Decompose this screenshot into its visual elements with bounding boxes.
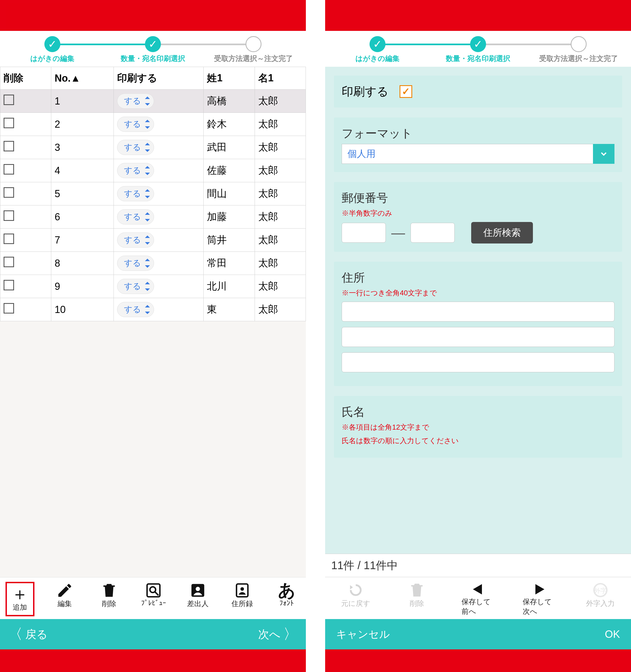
bottom-red-bar	[0, 649, 306, 672]
print-select[interactable]: する	[117, 140, 154, 155]
col-no[interactable]: No.▲	[51, 67, 114, 90]
cell-no: 10	[51, 298, 114, 321]
table-row[interactable]: 1する高橋太郎	[0, 90, 306, 113]
row-checkbox[interactable]	[4, 303, 14, 314]
edit-button[interactable]: 編集	[51, 582, 79, 616]
cell-mei: 太郎	[255, 252, 306, 275]
print-select[interactable]: する	[117, 279, 154, 294]
print-select[interactable]: する	[117, 256, 154, 271]
cell-no: 1	[51, 90, 114, 113]
format-select[interactable]: 個人用	[342, 144, 614, 164]
font-icon: あ	[278, 582, 295, 599]
addressbook-button[interactable]: 住所録	[228, 582, 256, 616]
bottom-toolbar: 元に戻す 削除 保存して前へ 保存して次へ 外字 外字入力	[325, 577, 631, 619]
table-row[interactable]: 8する常田太郎	[0, 252, 306, 275]
record-count: 11件 / 11件中	[325, 554, 631, 577]
sender-button[interactable]: 差出人	[184, 582, 211, 616]
cell-mei: 太郎	[255, 159, 306, 182]
print-select[interactable]: する	[117, 94, 154, 109]
row-checkbox[interactable]	[4, 257, 14, 267]
zip-hint: ※半角数字のみ	[342, 209, 614, 218]
bottom-red-bar	[325, 649, 631, 672]
address-line-2[interactable]	[342, 327, 614, 347]
add-button[interactable]: ＋ 追加	[5, 582, 34, 616]
row-checkbox[interactable]	[4, 164, 14, 174]
row-checkbox[interactable]	[4, 118, 14, 128]
status-bar	[0, 0, 306, 31]
row-checkbox[interactable]	[4, 95, 14, 105]
print-select[interactable]: する	[117, 302, 154, 317]
col-print[interactable]: 印刷する	[113, 67, 204, 90]
cell-no: 8	[51, 252, 114, 275]
address-card: 住所 ※一行につき全角40文字まで	[334, 262, 622, 386]
cell-sei: 東	[204, 298, 255, 321]
table-row[interactable]: 5する間山太郎	[0, 182, 306, 206]
col-mei[interactable]: 名1	[255, 67, 306, 90]
cell-no: 9	[51, 275, 114, 298]
right-screen: ✓ はがきの編集 ✓ 数量・宛名印刷選択 受取方法選択～注文完了 印刷する ✓ …	[325, 0, 631, 672]
cell-sei: 北川	[204, 275, 255, 298]
nav-bar: 〈 戻る 次へ 〉	[0, 619, 306, 649]
gaiji-button[interactable]: 外字 外字入力	[584, 581, 617, 616]
address-search-button[interactable]: 住所検索	[471, 222, 533, 243]
save-prev-button[interactable]: 保存して前へ	[461, 581, 495, 616]
back-button[interactable]: 〈 戻る	[8, 625, 48, 644]
row-checkbox[interactable]	[4, 280, 14, 290]
table-row[interactable]: 2する鈴木太郎	[0, 113, 306, 136]
cell-mei: 太郎	[255, 275, 306, 298]
check-icon: ✓	[370, 36, 385, 52]
save-next-button[interactable]: 保存して次へ	[523, 581, 556, 616]
table-row[interactable]: 3する武田太郎	[0, 136, 306, 159]
step-label: はがきの編集	[30, 54, 74, 64]
cell-mei: 太郎	[255, 90, 306, 113]
undo-button[interactable]: 元に戻す	[339, 581, 372, 616]
table-row[interactable]: 4する佐藤太郎	[0, 159, 306, 182]
col-sei[interactable]: 姓1	[204, 67, 255, 90]
table-row[interactable]: 7する筒井太郎	[0, 229, 306, 252]
ok-button[interactable]: OK	[605, 628, 620, 640]
bottom-bar: キャンセル OK	[325, 619, 631, 649]
cell-sei: 加藤	[204, 206, 255, 229]
cell-no: 5	[51, 182, 114, 206]
zip-input-2[interactable]	[410, 223, 455, 243]
address-title: 住所	[342, 270, 614, 285]
empty-area	[0, 321, 306, 577]
table-row[interactable]: 10する東太郎	[0, 298, 306, 321]
zip-input-1[interactable]	[342, 223, 386, 243]
svg-point-1	[150, 587, 156, 593]
step-circle	[571, 36, 587, 52]
print-label: 印刷する	[342, 84, 388, 99]
format-card: フォーマット 個人用	[334, 118, 622, 172]
check-icon: ✓	[145, 36, 161, 52]
cell-mei: 太郎	[255, 206, 306, 229]
form-area: 印刷する ✓ フォーマット 個人用 郵便番号 ※半角数字のみ — 住所検索	[325, 67, 631, 554]
print-select[interactable]: する	[117, 233, 154, 248]
delete-button[interactable]: 削除	[95, 582, 123, 616]
print-select[interactable]: する	[117, 117, 154, 132]
dash-icon: —	[391, 225, 405, 241]
table-row[interactable]: 6する加藤太郎	[0, 206, 306, 229]
print-checkbox[interactable]: ✓	[400, 85, 412, 98]
cell-sei: 武田	[204, 136, 255, 159]
print-select[interactable]: する	[117, 209, 154, 224]
row-checkbox[interactable]	[4, 210, 14, 221]
print-card: 印刷する ✓	[334, 76, 622, 107]
cell-mei: 太郎	[255, 229, 306, 252]
print-select[interactable]: する	[117, 186, 154, 201]
col-delete[interactable]: 削除	[0, 67, 51, 90]
svg-text:外字: 外字	[594, 587, 607, 594]
cell-sei: 佐藤	[204, 159, 255, 182]
print-select[interactable]: する	[117, 163, 154, 178]
delete-button[interactable]: 削除	[400, 581, 433, 616]
address-line-3[interactable]	[342, 353, 614, 372]
row-checkbox[interactable]	[4, 187, 14, 198]
next-button[interactable]: 次へ 〉	[258, 625, 298, 644]
preview-button[interactable]: ﾌﾟﾚﾋﾞｭｰ	[140, 582, 168, 616]
address-line-1[interactable]	[342, 302, 614, 321]
row-checkbox[interactable]	[4, 234, 14, 244]
cancel-button[interactable]: キャンセル	[336, 627, 390, 641]
progress-steps: ✓ はがきの編集 ✓ 数量・宛名印刷選択 受取方法選択～注文完了	[0, 31, 306, 67]
row-checkbox[interactable]	[4, 141, 14, 151]
font-button[interactable]: あ ﾌｫﾝﾄ	[273, 582, 300, 616]
table-row[interactable]: 9する北川太郎	[0, 275, 306, 298]
